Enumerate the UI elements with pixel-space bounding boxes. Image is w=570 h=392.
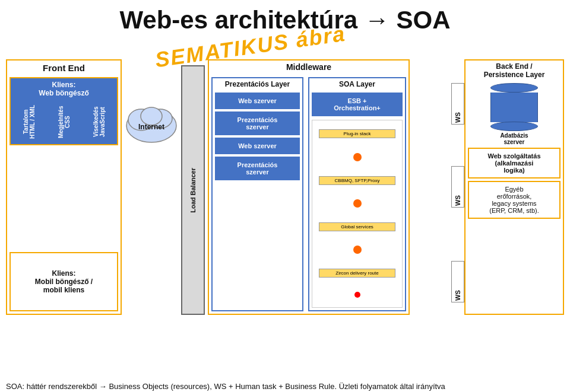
db-body <box>490 93 538 122</box>
internet-cloud: Internet <box>124 95 180 145</box>
db-bottom <box>490 122 538 131</box>
backend-section: Back End / Persistence Layer Adatbázis s… <box>464 59 564 315</box>
fe-col-viselkedes: Viselkedés JavaScript <box>82 101 116 143</box>
esb-circle-4 <box>354 292 360 298</box>
front-end-title: Front End <box>7 60 121 75</box>
fe-col-megjelentes: Megjelnítés CSS <box>47 101 81 143</box>
db-cylinder: Adatbázis szerver <box>490 83 538 145</box>
esb-node-2: CBBMQ, SFTP,Proxy <box>319 176 395 185</box>
prez-layer-title: Prezentációs Layer <box>213 78 302 90</box>
kliens-mobil-box: Kliens: Mobil böngésző / mobil kliens <box>10 252 118 311</box>
ws-label-2: WS <box>451 166 464 208</box>
db-top <box>490 83 538 93</box>
footer-text: SOA: háttér rendszerekből → Business Obj… <box>6 382 564 391</box>
soa-layer: SOA Layer ESB + Orchestration+ Plug-in s… <box>308 77 406 311</box>
esb-node-3: Global services <box>319 222 395 231</box>
esb-diagram: Plug-in stack CBBMQ, SFTP,Proxy Global s… <box>312 120 403 308</box>
prez-layer: Prezentációs Layer Web szerver Prezentác… <box>211 77 303 311</box>
ws-label-1: WS <box>451 83 464 125</box>
esb-node-1: Plug-in stack <box>319 129 395 138</box>
esb-circle-2 <box>353 199 362 208</box>
load-balancer-label: Load Balancer <box>189 168 197 213</box>
web-szerver-1: Web szerver <box>215 93 300 109</box>
esb-circle-1 <box>353 153 362 161</box>
esb-box: ESB + Orchestration+ <box>312 93 403 116</box>
prez-szerver-1: Prezentációs szerver <box>215 111 300 135</box>
middleware-title: Middleware <box>209 60 408 74</box>
web-szerver-2: Web szerver <box>215 138 300 154</box>
prez-szerver-2: Prezentációs szerver <box>215 157 300 180</box>
esb-circle-3 <box>353 246 362 254</box>
web-service-box: Web szolgáltatás (alkalmazási logika) <box>468 148 560 179</box>
front-end-section: Front End Kliens: Web böngésző Tartalom … <box>6 59 122 315</box>
db-label: Adatbázis szerver <box>490 132 538 145</box>
soa-layer-title: SOA Layer <box>309 78 405 90</box>
load-balancer-box: Load Balancer <box>181 65 205 315</box>
ws-label-3: WS <box>451 261 464 302</box>
esb-node-4: Zircon delivery route <box>319 269 395 278</box>
kliens-mobil-label: Kliens: Mobil böngésző / mobil kliens <box>35 269 93 294</box>
fe-col-tartalom: Tartalom HTML / XML <box>12 101 46 143</box>
kliens-web-label: Kliens: Web böngésző <box>11 78 117 98</box>
egyeb-box: Egyéb erőforrások, legacy systems (ERP, … <box>468 181 560 219</box>
backend-title: Back End / Persistence Layer <box>466 60 563 81</box>
middleware-section: Middleware Prezentációs Layer Web szerve… <box>208 59 410 315</box>
kliens-web-box: Kliens: Web böngésző Tartalom HTML / XML… <box>10 77 118 145</box>
svg-text:Internet: Internet <box>138 123 164 131</box>
